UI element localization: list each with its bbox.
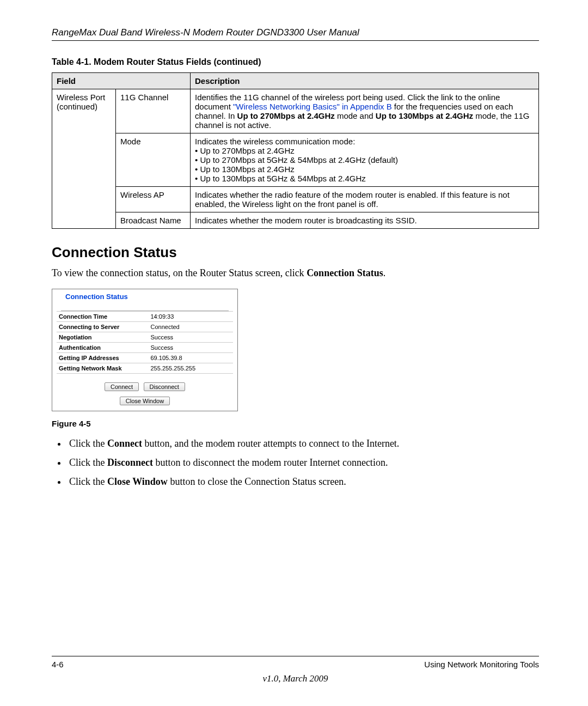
header-rule [52,40,539,41]
cs-panel-title: Connection Status [61,289,229,311]
cs-value: 14:09:33 [148,312,233,322]
desc-item: Up to 270Mbps at 2.4GHz [200,146,294,155]
figure-caption: Figure 4-5 [52,419,539,428]
desc-bold: Up to 130Mbps at 2.4GHz [376,111,473,120]
connection-status-panel: Connection Status Connection Time14:09:3… [52,289,238,411]
li-text: Click the [69,476,107,487]
cs-label: Authentication [57,343,148,353]
connect-button[interactable]: Connect [105,382,139,391]
cs-label: Connection Time [57,312,148,322]
desc-item: Up to 130Mbps at 2.4GHz [200,165,294,174]
desc-item: Up to 270Mbps at 5GHz & 54Mbps at 2.4GHz… [200,155,398,165]
section-heading: Connection Status [52,244,539,261]
intro-text: To view the connection status, on the Ro… [52,267,307,278]
desc-cell: Indicates whether the radio feature of t… [191,187,539,212]
table-row: Mode Indicates the wireless communicatio… [52,133,539,187]
desc-text: Indicates the wireless communication mod… [195,137,355,146]
footer-page-number: 4-6 [52,660,64,669]
cs-label: Getting IP Addresses [57,353,148,363]
cs-row: NegotiationSuccess [57,332,233,343]
table-row: Wireless Port (continued) 11G Channel Id… [52,89,539,133]
table-row: Wireless AP Indicates whether the radio … [52,187,539,212]
cs-value: Connected [148,322,233,332]
appendix-link[interactable]: "Wireless Networking Basics" in Appendix… [233,102,392,111]
status-fields-table: Field Description Wireless Port (continu… [52,72,539,229]
intro-bold: Connection Status [307,267,383,278]
page-header-title: RangeMax Dual Band Wireless-N Modem Rout… [52,27,539,38]
table-row: Broadcast Name Indicates whether the mod… [52,212,539,229]
cs-row: Getting IP Addresses69.105.39.8 [57,353,233,363]
page-footer: 4-6 Using Network Monitoring Tools v1.0,… [52,656,539,684]
cs-value: Success [148,332,233,343]
li-text: button to close the Connection Status sc… [168,476,346,487]
li-bold: Close Window [107,476,168,487]
cs-value: Success [148,343,233,353]
intro-text: . [383,267,386,278]
field-cell: Mode [116,133,191,187]
li-text: button to disconnect the modem router In… [153,457,388,468]
cs-label: Negotiation [57,332,148,343]
li-text: button, and the modem router attempts to… [142,438,399,449]
close-window-button[interactable]: Close Window [120,397,170,405]
cs-row: Connecting to ServerConnected [57,322,233,332]
li-bold: Connect [107,438,142,449]
li-text: Click the [69,457,107,468]
desc-text: mode and [335,111,376,120]
desc-cell: Indicates whether the modem router is br… [191,212,539,229]
disconnect-button[interactable]: Disconnect [144,382,185,391]
list-item: Click the Close Window button to close t… [67,476,539,488]
footer-chapter: Using Network Monitoring Tools [424,660,539,669]
desc-bold: Up to 270Mbps at 2.4GHz [237,111,335,120]
field-cell: Wireless AP [116,187,191,212]
cs-row: Getting Network Mask255.255.255.255 [57,363,233,374]
cs-value: 69.105.39.8 [148,353,233,363]
footer-version: v1.0, March 2009 [52,673,539,684]
desc-item: Up to 130Mbps at 5GHz & 54Mbps at 2.4GHz [200,174,365,183]
list-item: Click the Connect button, and the modem … [67,438,539,449]
field-cell: Broadcast Name [116,212,191,229]
desc-cell: Indicates the wireless communication mod… [191,133,539,187]
section-intro: To view the connection status, on the Ro… [52,267,539,279]
li-text: Click the [69,438,107,449]
footer-rule [52,656,539,656]
cs-row: AuthenticationSuccess [57,343,233,353]
cs-value: 255.255.255.255 [148,363,233,374]
group-cell: Wireless Port (continued) [52,89,116,229]
cs-label: Getting Network Mask [57,363,148,374]
cs-label: Connecting to Server [57,322,148,332]
field-cell: 11G Channel [116,89,191,133]
th-field: Field [52,73,191,89]
desc-cell: Identifies the 11G channel of the wirele… [191,89,539,133]
th-description: Description [191,73,539,89]
table-caption: Table 4-1. Modem Router Status Fields (c… [52,57,539,67]
instruction-list: Click the Connect button, and the modem … [52,438,539,488]
list-item: Click the Disconnect button to disconnec… [67,457,539,468]
cs-row: Connection Time14:09:33 [57,312,233,322]
cs-table: Connection Time14:09:33 Connecting to Se… [57,311,233,374]
li-bold: Disconnect [107,457,153,468]
